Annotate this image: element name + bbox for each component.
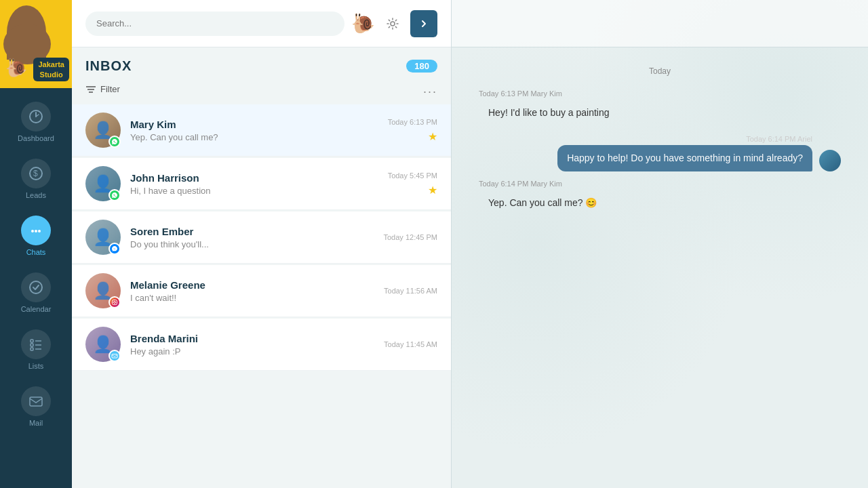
chats-icon: [21, 216, 51, 245]
svg-rect-9: [31, 348, 33, 350]
chat-list: 👤 Mary Kim Yep. Can you call me? Today 6…: [72, 104, 451, 488]
svg-rect-20: [112, 354, 117, 359]
chat-meta-melanie: Today 11:56 AM: [384, 287, 437, 295]
svg-point-14: [391, 22, 395, 26]
chat-item-soren-ember[interactable]: 👤 Soren Ember Do you think you'll... Tod…: [72, 211, 451, 264]
chat-meta-soren: Today 12:45 PM: [384, 233, 438, 241]
platform-badge-whatsapp: [108, 136, 121, 148]
chat-preview-brenda: Hey again :P: [130, 346, 374, 357]
svg-point-4: [35, 230, 37, 232]
sidebar-item-leads[interactable]: $ Leads: [0, 150, 72, 207]
brand-name-line2: Studio: [38, 70, 64, 79]
chat-panel: Today Today 6:13 PM Mary Kim Hey! I'd li…: [452, 0, 868, 488]
chat-preview-soren: Do you think you'll...: [130, 239, 374, 249]
avatar-wrap-soren: 👤: [85, 220, 121, 255]
chat-content-melanie: Melanie Greene I can't wait!!: [130, 279, 374, 303]
chat-time-mary: Today 6:13 PM: [388, 118, 437, 126]
message-row-3: Today 6:14 PM Mary Kim Yep. Can you call…: [479, 180, 841, 217]
chat-item-melanie-greene[interactable]: 👤 Melanie Greene I can't wait!! Today 11…: [72, 265, 451, 317]
message-meta-3: Today 6:14 PM Mary Kim: [479, 180, 841, 188]
chat-content-john: John Harrison Hi, I have a question: [130, 172, 378, 196]
snail-icon: 🐌: [5, 58, 27, 79]
chat-name-brenda: Brenda Marini: [130, 333, 374, 344]
chat-time-brenda: Today 11:45 AM: [384, 340, 437, 348]
svg-rect-8: [31, 344, 33, 346]
message-row-1: Today 6:13 PM Mary Kim Hey! I'd like to …: [479, 89, 841, 127]
message-bubble-2: Happy to help! Do you have something in …: [557, 145, 812, 172]
settings-button[interactable]: [382, 13, 403, 35]
svg-rect-18: [113, 300, 117, 305]
star-mary: ★: [428, 130, 437, 143]
logo-area: Jakarta Studio 🐌: [0, 0, 72, 88]
more-button[interactable]: ...: [423, 82, 437, 96]
chat-messages: Today Today 6:13 PM Mary Kim Hey! I'd li…: [452, 47, 868, 488]
chat-item-mary-kim[interactable]: 👤 Mary Kim Yep. Can you call me? Today 6…: [72, 104, 451, 157]
avatar-wrap-mary: 👤: [85, 113, 121, 148]
filter-row: Filter ...: [72, 79, 451, 104]
message-meta-1: Today 6:13 PM Mary Kim: [479, 89, 841, 98]
sidebar-item-chats[interactable]: Chats: [0, 207, 72, 264]
sidebar-item-dashboard[interactable]: Dashboard: [0, 94, 72, 150]
calendar-icon: [21, 272, 51, 302]
chat-name-mary: Mary Kim: [130, 119, 378, 130]
message-meta-2: Today 6:14 PM Ariel: [557, 135, 812, 143]
inbox-title: INBOX: [85, 58, 132, 74]
avatar-wrap-john: 👤: [85, 166, 121, 201]
svg-point-6: [30, 281, 42, 293]
chats-label: Chats: [26, 248, 46, 256]
sidebar-item-calendar[interactable]: Calendar: [0, 264, 72, 321]
lists-label: Lists: [28, 362, 44, 370]
chat-meta-brenda: Today 11:45 AM: [384, 340, 437, 348]
avatar-wrap-brenda: 👤: [85, 327, 121, 362]
snail-decoration: 🐌: [351, 12, 375, 35]
chat-content-mary: Mary Kim Yep. Can you call me?: [130, 119, 378, 142]
chat-time-soren: Today 12:45 PM: [384, 233, 438, 241]
sidebar-nav: Jakarta Studio 🐌 Dashboard: [0, 0, 72, 488]
inbox-title-row: INBOX 180: [72, 47, 451, 79]
dashboard-label: Dashboard: [18, 134, 54, 142]
chat-content-soren: Soren Ember Do you think you'll...: [130, 226, 374, 249]
message-container-1: Today 6:13 PM Mary Kim Hey! I'd like to …: [479, 89, 841, 127]
chat-preview-john: Hi, I have a question: [130, 186, 378, 196]
dashboard-icon: [21, 102, 51, 131]
filter-button[interactable]: Filter: [85, 84, 120, 95]
sidebar-item-mail[interactable]: Mail: [0, 378, 72, 435]
mail-icon: [21, 386, 51, 416]
filter-label: Filter: [100, 84, 120, 94]
lists-icon: [21, 329, 51, 359]
chat-name-melanie: Melanie Greene: [130, 279, 374, 291]
platform-badge-whatsapp-john: [108, 189, 121, 201]
svg-rect-13: [30, 397, 42, 406]
chat-preview-mary: Yep. Can you call me?: [130, 132, 378, 142]
leads-label: Leads: [26, 191, 46, 199]
calendar-label: Calendar: [21, 305, 52, 313]
inbox-header: 🐌: [72, 0, 451, 47]
chat-item-brenda-marini[interactable]: 👤 Brenda Marini Hey again :P Today 11:45…: [72, 319, 451, 371]
svg-point-19: [114, 302, 116, 304]
svg-point-3: [31, 230, 34, 232]
svg-point-5: [38, 230, 41, 232]
leads-icon: $: [21, 159, 51, 188]
chat-meta-john: Today 5:45 PM ★: [388, 171, 437, 197]
message-bubble-3: Yep. Can you call me? 😊: [479, 190, 750, 217]
chat-name-john: John Harrison: [130, 172, 378, 184]
message-bubble-1: Hey! I'd like to buy a painting: [479, 100, 750, 127]
message-container-3: Today 6:14 PM Mary Kim Yep. Can you call…: [479, 180, 841, 217]
date-divider: Today: [479, 61, 841, 81]
platform-badge-messenger: [108, 243, 121, 255]
platform-badge-instagram: [108, 296, 121, 308]
search-input[interactable]: [85, 12, 344, 36]
chat-meta-mary: Today 6:13 PM ★: [388, 118, 437, 143]
chat-item-john-harrison[interactable]: 👤 John Harrison Hi, I have a question To…: [72, 158, 451, 210]
platform-badge-email: [108, 350, 121, 362]
sidebar-item-lists[interactable]: Lists: [0, 321, 72, 378]
svg-rect-7: [31, 340, 33, 342]
outgoing-user-avatar: [819, 150, 841, 171]
chat-time-melanie: Today 11:56 AM: [384, 287, 437, 295]
star-john: ★: [428, 184, 437, 197]
chat-content-brenda: Brenda Marini Hey again :P: [130, 333, 374, 357]
avatar-wrap-melanie: 👤: [85, 273, 121, 308]
message-container-2: Today 6:14 PM Ariel Happy to help! Do yo…: [557, 135, 812, 172]
svg-text:$: $: [33, 169, 38, 178]
collapse-button[interactable]: [410, 10, 437, 37]
